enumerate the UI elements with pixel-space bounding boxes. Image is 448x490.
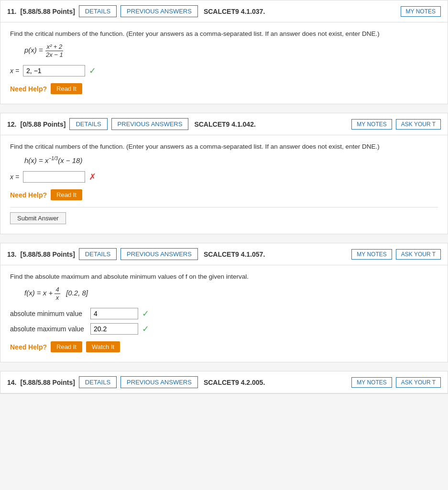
need-help-row-13: Need Help? Read It Watch It (10, 341, 438, 352)
need-help-label-12: Need Help? (10, 191, 47, 199)
abs-max-row: absolute maximum value ✓ (10, 323, 438, 335)
abs-min-correct-icon: ✓ (142, 308, 149, 319)
problem-11-points: [5.88/5.88 Points] (20, 8, 75, 15)
problem-14-number: 14. (7, 379, 16, 386)
answer-prefix-11: x = (10, 67, 19, 75)
my-notes-button-14[interactable]: MY NOTES (351, 377, 392, 388)
function-interval-13: [0.2, 8] (62, 289, 88, 297)
correct-icon-11: ✓ (89, 65, 96, 76)
details-button-11[interactable]: DETAILS (79, 5, 117, 17)
header-right-12: MY NOTES ASK YOUR T (351, 119, 441, 130)
problem-14: 14. [5.88/5.88 Points] DETAILS PREVIOUS … (0, 371, 448, 394)
details-button-12[interactable]: DETAILS (69, 118, 107, 130)
answer-row-11: x = ✓ (10, 65, 438, 76)
fraction-denom-11: 2x − 1 (45, 51, 64, 59)
incorrect-icon-12: ✗ (89, 172, 96, 182)
problem-11-number: 11. (7, 8, 16, 15)
previous-answers-button-13[interactable]: PREVIOUS ANSWERS (120, 248, 198, 260)
problem-12-function: h(x) = x−1/3(x − 18) (24, 156, 438, 164)
need-help-label-11: Need Help? (10, 85, 47, 93)
problem-id-12: SCALCET9 4.1.042. (194, 120, 255, 128)
fraction-numer-11: x² + 2 (45, 43, 63, 51)
problem-13-header: 13. [5.88/5.88 Points] DETAILS PREVIOUS … (0, 243, 448, 265)
my-notes-button-12[interactable]: MY NOTES (351, 119, 392, 130)
ask-your-t-button-14[interactable]: ASK YOUR T (396, 377, 441, 388)
ask-your-t-button-12[interactable]: ASK YOUR T (396, 119, 441, 130)
abs-min-label: absolute minimum value (10, 310, 87, 317)
problem-13-points: [5.88/5.88 Points] (20, 250, 75, 258)
watch-it-button-13[interactable]: Watch It (86, 341, 120, 352)
answer-input-12[interactable] (23, 171, 85, 183)
problem-13-number: 13. (7, 250, 16, 258)
function-fraction-11: x² + 2 2x − 1 (45, 43, 64, 58)
problem-14-header: 14. [5.88/5.88 Points] DETAILS PREVIOUS … (0, 371, 448, 393)
fraction-denom-13: x (55, 294, 60, 302)
previous-answers-button-12[interactable]: PREVIOUS ANSWERS (111, 118, 189, 130)
problem-id-11: SCALCET9 4.1.037. (204, 8, 265, 15)
problem-12-instruction: Find the critical numbers of the functio… (10, 143, 438, 150)
previous-answers-button-14[interactable]: PREVIOUS ANSWERS (120, 376, 198, 388)
abs-max-input[interactable] (90, 323, 138, 335)
header-right-14: MY NOTES ASK YOUR T (351, 377, 441, 388)
answer-row-12: x = ✗ (10, 171, 438, 183)
answer-prefix-12: x = (10, 173, 19, 181)
problem-13-function: f(x) = x + 4 x [0.2, 8] (24, 286, 438, 301)
problem-11-function: p(x) = x² + 2 2x − 1 (24, 43, 438, 58)
fraction-numer-13: 4 (55, 286, 60, 294)
function-fraction-13: 4 x (55, 286, 60, 301)
abs-max-correct-icon: ✓ (142, 324, 149, 334)
need-help-row-11: Need Help? Read It (10, 83, 438, 94)
function-label-11: p(x) = (24, 46, 45, 54)
ask-your-t-button-13[interactable]: ASK YOUR T (396, 249, 441, 260)
read-it-button-12[interactable]: Read It (51, 189, 82, 200)
abs-min-input[interactable] (90, 308, 138, 319)
details-button-13[interactable]: DETAILS (79, 248, 117, 260)
submit-row-12: Submit Answer (10, 207, 438, 224)
my-notes-button-11[interactable]: MY NOTES (401, 6, 441, 17)
problem-12-number: 12. (7, 120, 16, 128)
abs-min-row: absolute minimum value ✓ (10, 308, 438, 319)
previous-answers-button-11[interactable]: PREVIOUS ANSWERS (120, 5, 198, 17)
read-it-button-11[interactable]: Read It (51, 83, 82, 94)
problem-12-points: [0/5.88 Points] (20, 120, 66, 128)
header-right-13: MY NOTES ASK YOUR T (351, 249, 441, 260)
header-right-11: MY NOTES (401, 6, 441, 17)
problem-11: 11. [5.88/5.88 Points] DETAILS PREVIOUS … (0, 0, 448, 104)
need-help-row-12: Need Help? Read It (10, 189, 438, 200)
problem-id-14: SCALCET9 4.2.005. (204, 379, 265, 386)
answer-input-11[interactable] (23, 65, 85, 76)
need-help-label-13: Need Help? (10, 343, 47, 351)
submit-answer-button-12[interactable]: Submit Answer (10, 212, 66, 224)
problem-12-header: 12. [0/5.88 Points] DETAILS PREVIOUS ANS… (0, 113, 448, 135)
problem-11-instruction: Find the critical numbers of the functio… (10, 30, 438, 37)
problem-14-points: [5.88/5.88 Points] (20, 379, 75, 386)
function-label-12: h(x) = x−1/3(x − 18) (24, 156, 82, 164)
function-label-13: f(x) = x + (24, 289, 55, 297)
my-notes-button-13[interactable]: MY NOTES (351, 249, 392, 260)
abs-max-label: absolute maximum value (10, 325, 87, 333)
problem-12-body: Find the critical numbers of the functio… (0, 135, 448, 234)
problem-13-body: Find the absolute maximum and absolute m… (0, 265, 448, 362)
problem-13-instruction: Find the absolute maximum and absolute m… (10, 273, 438, 280)
problem-12: 12. [0/5.88 Points] DETAILS PREVIOUS ANS… (0, 113, 448, 234)
problem-13: 13. [5.88/5.88 Points] DETAILS PREVIOUS … (0, 243, 448, 362)
problem-11-body: Find the critical numbers of the functio… (0, 22, 448, 104)
read-it-button-13[interactable]: Read It (51, 341, 82, 352)
problem-id-13: SCALCET9 4.1.057. (204, 250, 265, 258)
problem-11-header: 11. [5.88/5.88 Points] DETAILS PREVIOUS … (0, 0, 448, 22)
details-button-14[interactable]: DETAILS (79, 376, 117, 388)
